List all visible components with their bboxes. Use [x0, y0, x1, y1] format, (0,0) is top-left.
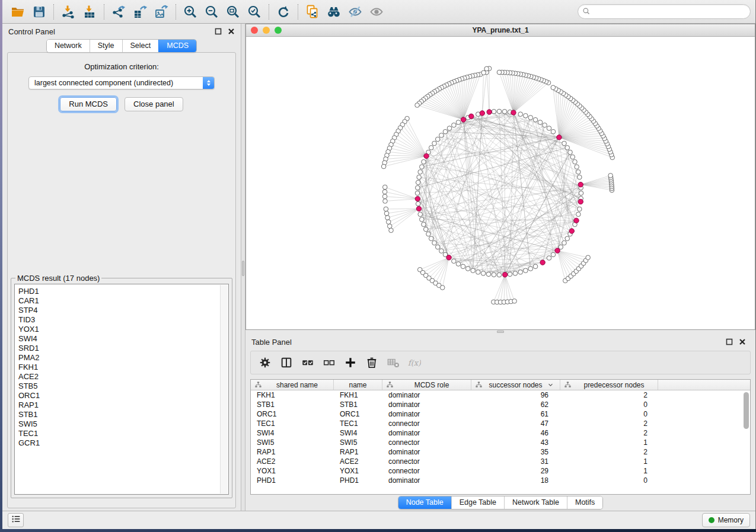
mcds-node-item[interactable]: TEC1 — [18, 429, 228, 438]
tab-network[interactable]: Network — [47, 40, 90, 52]
column-header-shared-name[interactable]: shared name — [251, 380, 334, 390]
tab-style[interactable]: Style — [90, 40, 122, 52]
zoom-out-button[interactable] — [201, 2, 222, 21]
export-table-button[interactable] — [129, 2, 151, 21]
float-table-panel-icon[interactable] — [726, 338, 733, 345]
network-node[interactable] — [533, 117, 538, 122]
network-node[interactable] — [387, 224, 392, 229]
network-node[interactable] — [384, 211, 389, 216]
network-node[interactable] — [484, 66, 489, 71]
gear-button[interactable] — [256, 354, 275, 371]
network-node[interactable] — [538, 120, 543, 125]
mcds-node-item[interactable]: CAR1 — [18, 296, 228, 306]
hide-unselected-button[interactable] — [344, 2, 366, 21]
mcds-node-item[interactable]: STB5 — [18, 382, 228, 391]
network-node[interactable] — [565, 236, 570, 241]
table-scrollbar-thumb[interactable] — [744, 392, 749, 429]
table-row[interactable]: YOX1YOX1connector291 — [251, 466, 750, 476]
network-node[interactable] — [518, 112, 523, 117]
network-node[interactable] — [528, 116, 533, 120]
find-button[interactable] — [323, 2, 344, 21]
table-scrollbar[interactable] — [743, 391, 749, 493]
network-node[interactable] — [382, 190, 387, 194]
mcds-node-item[interactable]: RAP1 — [18, 400, 228, 410]
split-grab-handle[interactable] — [497, 331, 504, 333]
show-all-button[interactable] — [366, 2, 387, 21]
mcds-network-node[interactable] — [415, 196, 420, 201]
network-node[interactable] — [443, 129, 448, 134]
network-node[interactable] — [608, 173, 613, 178]
table-row[interactable]: RAP1RAP1dominator352 — [251, 447, 750, 457]
import-network-button[interactable] — [58, 2, 79, 21]
network-node[interactable] — [415, 191, 420, 196]
network-node[interactable] — [456, 120, 461, 125]
network-node[interactable] — [481, 70, 486, 75]
tab-network-table[interactable]: Network Table — [504, 496, 567, 509]
clone-network-button[interactable] — [302, 2, 323, 21]
refresh-button[interactable] — [273, 2, 294, 21]
mcds-node-item[interactable]: PMA2 — [18, 353, 228, 363]
mcds-network-node[interactable] — [469, 114, 474, 118]
close-panel-button[interactable]: Close panel — [125, 97, 183, 111]
mcds-network-node[interactable] — [480, 111, 484, 116]
network-node[interactable] — [513, 271, 518, 276]
network-node[interactable] — [547, 126, 551, 131]
network-node[interactable] — [439, 249, 444, 254]
task-history-button[interactable] — [8, 513, 24, 527]
network-node[interactable] — [429, 146, 433, 150]
mcds-network-node[interactable] — [574, 218, 579, 223]
run-mcds-button[interactable]: Run MCDS — [60, 97, 117, 111]
network-node[interactable] — [422, 222, 426, 227]
network-node[interactable] — [440, 286, 445, 290]
divider-grab-handle[interactable] — [242, 261, 244, 276]
mcds-node-item[interactable]: STP4 — [18, 306, 228, 315]
mcds-node-item[interactable]: ORC1 — [18, 391, 228, 400]
network-node[interactable] — [417, 175, 422, 180]
mcds-network-node[interactable] — [461, 117, 465, 122]
network-node[interactable] — [389, 228, 394, 233]
network-node[interactable] — [456, 262, 461, 267]
table-row[interactable]: SWI4SWI4dominator462 — [251, 428, 750, 438]
mcds-network-node[interactable] — [569, 229, 574, 233]
mcds-list-scrollbar[interactable] — [220, 285, 228, 493]
network-node[interactable] — [386, 220, 391, 225]
network-node[interactable] — [447, 126, 452, 131]
network-node[interactable] — [497, 70, 502, 75]
memory-button[interactable]: Memory — [702, 513, 750, 527]
mcds-node-item[interactable]: STB1 — [18, 410, 228, 419]
network-node[interactable] — [439, 133, 444, 138]
network-node[interactable] — [432, 241, 437, 245]
column-header-name[interactable]: name — [334, 380, 382, 390]
tab-mcds[interactable]: MCDS — [158, 40, 196, 52]
delete-row-button[interactable] — [362, 354, 381, 371]
network-node[interactable] — [512, 299, 517, 303]
network-node[interactable] — [418, 212, 423, 217]
network-node[interactable] — [385, 216, 390, 220]
network-canvas-area[interactable] — [246, 37, 755, 329]
network-node[interactable] — [568, 150, 573, 155]
import-table-button[interactable] — [79, 2, 100, 21]
network-node[interactable] — [570, 155, 575, 159]
mcds-network-node[interactable] — [578, 182, 583, 187]
mcds-network-node[interactable] — [502, 272, 507, 277]
criterion-dropdown[interactable]: largest connected component (undirected) — [28, 76, 215, 89]
mcds-result-list[interactable]: PHD1CAR1STP4TID3YOX1SWI4SRD1PMA2FKH1ACE2… — [14, 284, 229, 495]
open-folder-button[interactable] — [7, 2, 28, 21]
tab-edge-table[interactable]: Edge Table — [451, 496, 504, 509]
mcds-network-node[interactable] — [578, 199, 583, 204]
network-node[interactable] — [429, 236, 433, 241]
mcds-network-node[interactable] — [487, 110, 492, 114]
search-input[interactable] — [578, 4, 751, 19]
network-node[interactable] — [492, 109, 496, 114]
table-row[interactable]: ORC1ORC1dominator610 — [251, 409, 750, 419]
network-node[interactable] — [384, 207, 388, 211]
column-header-MCDS-role[interactable]: MCDS role — [382, 380, 471, 390]
network-node[interactable] — [579, 191, 583, 196]
mcds-node-item[interactable]: SRD1 — [18, 344, 228, 353]
export-image-button[interactable] — [151, 2, 172, 21]
mcds-node-item[interactable]: GCR1 — [18, 438, 228, 448]
network-node[interactable] — [497, 273, 502, 277]
zoom-fit-button[interactable] — [222, 2, 244, 21]
network-node[interactable] — [476, 270, 480, 274]
network-node[interactable] — [416, 201, 420, 206]
